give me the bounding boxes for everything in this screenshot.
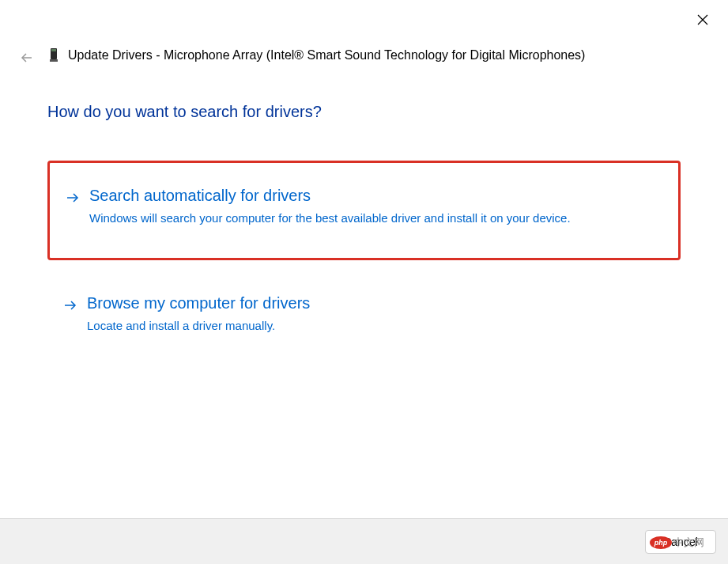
option-title: Browse my computer for drivers [87,294,665,312]
arrow-right-icon [66,191,80,208]
question-heading: How do you want to search for drivers? [47,103,681,121]
dialog-header: Update Drivers - Microphone Array (Intel… [47,46,585,65]
back-arrow-icon [20,51,34,68]
svg-rect-5 [50,59,58,62]
device-icon [47,46,60,65]
cancel-button[interactable]: Cancel [645,530,716,554]
option-title: Search automatically for drivers [89,187,662,205]
close-icon [696,13,709,29]
option-description: Windows will search your computer for th… [89,210,662,226]
svg-rect-4 [51,49,56,51]
close-button[interactable] [693,12,712,31]
option-description: Locate and install a driver manually. [87,317,665,334]
option-browse-computer[interactable]: Browse my computer for drivers Locate an… [47,280,681,348]
dialog-title: Update Drivers - Microphone Array (Intel… [68,48,585,62]
option-search-automatically[interactable]: Search automatically for drivers Windows… [47,161,681,260]
arrow-right-icon [63,298,77,316]
dialog-footer: Cancel php 中文网 [0,518,728,564]
back-button[interactable] [19,51,35,67]
